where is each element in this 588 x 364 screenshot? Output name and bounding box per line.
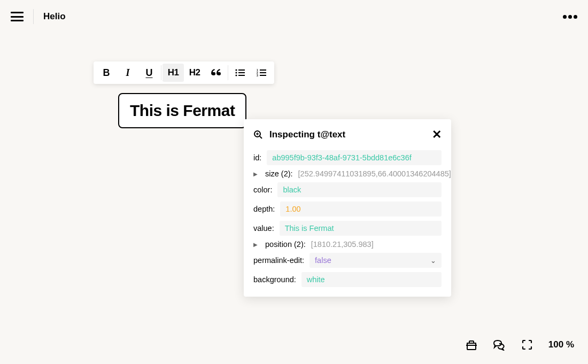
app-title: Helio xyxy=(43,11,66,22)
prop-background: background: white xyxy=(249,270,446,289)
prop-value: [1810.21,305.983] xyxy=(311,240,374,249)
prop-permalink-edit: permalink-edit: false ⌄ xyxy=(249,251,446,270)
svg-point-4 xyxy=(235,74,237,76)
magnify-icon xyxy=(253,130,263,140)
header-left: Helio xyxy=(11,9,66,24)
bold-button[interactable]: B xyxy=(96,64,117,82)
text-format-toolbar: B I U H1 H2 123 xyxy=(94,61,274,84)
toolbar-separator xyxy=(161,65,161,80)
prop-label: background: xyxy=(253,275,296,284)
inspector-header: Inspecting t@text ✕ xyxy=(249,127,446,148)
text-card-content: This is Fermat xyxy=(130,102,235,120)
svg-rect-7 xyxy=(260,69,266,71)
prop-value[interactable]: black xyxy=(277,182,442,197)
h2-button[interactable]: H2 xyxy=(184,64,205,82)
svg-text:3: 3 xyxy=(257,74,258,76)
expand-icon[interactable]: ▶ xyxy=(253,242,258,247)
svg-rect-1 xyxy=(238,69,245,71)
prop-depth: depth: 1.00 xyxy=(249,199,446,219)
prop-size[interactable]: ▶ size (2): [252.94997411031895,66.40001… xyxy=(249,167,446,180)
prop-label: permalink-edit: xyxy=(253,256,304,265)
bullet-list-button[interactable] xyxy=(229,64,251,82)
prop-id: id: ab995f9b-93f3-48af-9731-5bdd81e6c36f xyxy=(249,148,446,167)
prop-label: id: xyxy=(253,153,261,162)
svg-rect-5 xyxy=(238,75,245,76)
prop-position[interactable]: ▶ position (2): [1810.21,305.983] xyxy=(249,238,446,251)
prop-value[interactable]: 1.00 xyxy=(280,202,442,216)
svg-rect-3 xyxy=(238,72,245,73)
prop-value[interactable]: This is Fermat xyxy=(280,221,442,236)
prop-value: [252.94997411031895,66.40001346204485] xyxy=(298,169,451,178)
prop-label: value: xyxy=(253,224,274,233)
bottom-bar: 100 % xyxy=(465,338,574,351)
svg-rect-9 xyxy=(260,72,266,73)
chevron-down-icon: ⌄ xyxy=(430,257,436,265)
toolbox-icon[interactable] xyxy=(465,338,478,351)
header-divider xyxy=(33,9,34,24)
prop-label: position (2): xyxy=(265,240,306,249)
zoom-level[interactable]: 100 % xyxy=(548,339,574,350)
prop-value[interactable]: ab995f9b-93f3-48af-9731-5bdd81e6c36f xyxy=(267,150,442,165)
h1-button[interactable]: H1 xyxy=(163,64,184,82)
italic-button[interactable]: I xyxy=(117,64,138,82)
more-icon[interactable] xyxy=(563,15,577,19)
prop-value[interactable]: white xyxy=(301,272,442,287)
header: Helio xyxy=(0,0,588,33)
prop-label: depth: xyxy=(253,205,275,213)
inspector-panel: Inspecting t@text ✕ id: ab995f9b-93f3-48… xyxy=(244,119,451,297)
toolbar-separator xyxy=(228,65,228,80)
prop-value: value: This is Fermat xyxy=(249,219,446,238)
inspector-title: Inspecting t@text xyxy=(269,129,345,140)
svg-point-2 xyxy=(235,72,237,73)
svg-rect-11 xyxy=(260,75,266,76)
fullscreen-icon[interactable] xyxy=(521,338,533,351)
prop-label: size (2): xyxy=(265,169,293,178)
text-card[interactable]: This is Fermat xyxy=(118,93,246,128)
menu-icon[interactable] xyxy=(11,12,24,21)
quote-button[interactable] xyxy=(205,64,227,82)
prop-value-select[interactable]: false ⌄ xyxy=(310,253,442,268)
svg-point-0 xyxy=(235,69,237,71)
close-icon[interactable]: ✕ xyxy=(432,129,442,141)
numbered-list-button[interactable]: 123 xyxy=(251,64,272,82)
svg-line-13 xyxy=(260,136,262,138)
prop-color: color: black xyxy=(249,180,446,199)
expand-icon[interactable]: ▶ xyxy=(253,171,258,177)
underline-button[interactable]: U xyxy=(138,64,160,82)
prop-label: color: xyxy=(253,185,272,194)
chat-icon[interactable] xyxy=(493,338,506,351)
